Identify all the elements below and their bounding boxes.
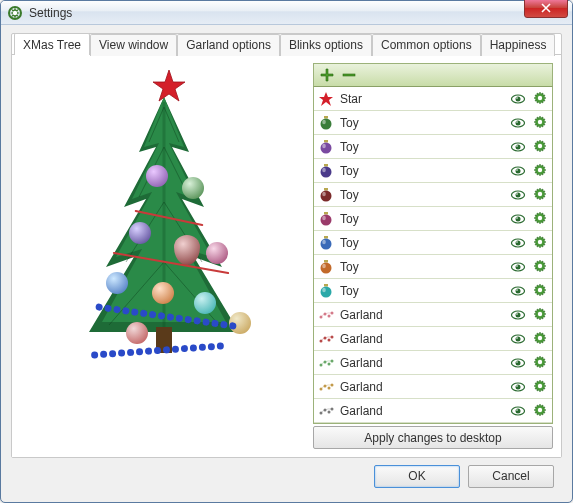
list-item-label: Toy (340, 284, 504, 298)
item-settings-icon[interactable] (532, 115, 548, 131)
item-settings-icon[interactable] (532, 283, 548, 299)
svg-point-40 (516, 216, 521, 221)
tree-star-icon (152, 69, 186, 106)
svg-point-56 (538, 263, 542, 267)
remove-button[interactable] (340, 66, 358, 84)
item-settings-icon[interactable] (532, 235, 548, 251)
svg-point-71 (538, 311, 542, 315)
svg-point-49 (538, 239, 542, 243)
cancel-button[interactable]: Cancel (468, 465, 554, 488)
list-item[interactable]: Star (314, 87, 552, 111)
list-item[interactable]: Toy (314, 207, 552, 231)
item-settings-icon[interactable] (532, 355, 548, 371)
tree-toy-icon (182, 177, 204, 199)
list-item[interactable]: Toy (314, 159, 552, 183)
svg-point-19 (516, 144, 521, 149)
garland-icon (318, 307, 334, 323)
item-settings-icon[interactable] (532, 307, 548, 323)
svg-point-58 (321, 286, 332, 297)
visibility-toggle-icon[interactable] (510, 283, 526, 299)
tab-xmas-tree[interactable]: XMas Tree (14, 33, 90, 55)
list-item[interactable]: Garland (314, 303, 552, 327)
svg-rect-43 (324, 236, 328, 239)
svg-point-20 (516, 145, 518, 147)
visibility-toggle-icon[interactable] (510, 235, 526, 251)
visibility-toggle-icon[interactable] (510, 331, 526, 347)
svg-point-34 (516, 193, 518, 195)
visibility-toggle-icon[interactable] (510, 211, 526, 227)
list-item[interactable]: Toy (314, 135, 552, 159)
svg-point-55 (516, 265, 518, 267)
visibility-toggle-icon[interactable] (510, 91, 526, 107)
garland-icon (318, 331, 334, 347)
list-item[interactable]: Toy (314, 231, 552, 255)
svg-point-85 (516, 360, 521, 365)
item-settings-icon[interactable] (532, 331, 548, 347)
svg-point-82 (328, 362, 331, 365)
tree-toy-icon (146, 165, 168, 187)
app-icon (7, 5, 23, 21)
list-item[interactable]: Toy (314, 255, 552, 279)
item-settings-icon[interactable] (532, 139, 548, 155)
svg-point-94 (516, 385, 518, 387)
apply-changes-button[interactable]: Apply changes to desktop (313, 426, 553, 449)
bauble-icon (318, 187, 334, 203)
svg-point-86 (516, 361, 518, 363)
tab-happiness[interactable]: Happiness (481, 34, 556, 56)
svg-point-51 (321, 262, 332, 273)
svg-point-93 (516, 384, 521, 389)
tab-blinks-options[interactable]: Blinks options (280, 34, 372, 56)
svg-point-21 (538, 143, 542, 147)
svg-point-54 (516, 264, 521, 269)
tree-toy-icon (152, 282, 174, 304)
bauble-icon (318, 139, 334, 155)
svg-point-33 (516, 192, 521, 197)
visibility-toggle-icon[interactable] (510, 259, 526, 275)
svg-point-69 (516, 312, 521, 317)
svg-point-95 (538, 383, 542, 387)
visibility-toggle-icon[interactable] (510, 307, 526, 323)
visibility-toggle-icon[interactable] (510, 403, 526, 419)
tab-view-window[interactable]: View window (90, 34, 177, 56)
svg-rect-3 (343, 74, 355, 76)
visibility-toggle-icon[interactable] (510, 139, 526, 155)
visibility-toggle-icon[interactable] (510, 187, 526, 203)
svg-point-63 (538, 287, 542, 291)
item-settings-icon[interactable] (532, 163, 548, 179)
visibility-toggle-icon[interactable] (510, 163, 526, 179)
tree-toy-icon (129, 222, 151, 244)
tree-toy-icon (126, 322, 148, 344)
visibility-toggle-icon[interactable] (510, 115, 526, 131)
svg-rect-57 (324, 284, 328, 287)
item-settings-icon[interactable] (532, 403, 548, 419)
visibility-toggle-icon[interactable] (510, 355, 526, 371)
svg-point-101 (516, 408, 521, 413)
tab-common-options[interactable]: Common options (372, 34, 481, 56)
list-item[interactable]: Garland (314, 327, 552, 351)
tab-garland-options[interactable]: Garland options (177, 34, 280, 56)
list-item[interactable]: Toy (314, 111, 552, 135)
bauble-icon (318, 163, 334, 179)
add-button[interactable] (318, 66, 336, 84)
item-settings-icon[interactable] (532, 91, 548, 107)
svg-point-74 (328, 338, 331, 341)
svg-point-12 (516, 120, 521, 125)
list-item-label: Toy (340, 212, 504, 226)
ornament-list[interactable]: StarToyToyToyToyToyToyToyToyGarlandGarla… (313, 87, 553, 424)
svg-point-26 (516, 168, 521, 173)
item-settings-icon[interactable] (532, 259, 548, 275)
item-settings-icon[interactable] (532, 211, 548, 227)
list-item-label: Garland (340, 356, 504, 370)
list-item[interactable]: Toy (314, 183, 552, 207)
svg-point-47 (516, 240, 521, 245)
item-settings-icon[interactable] (532, 379, 548, 395)
list-item[interactable]: Toy (314, 279, 552, 303)
item-settings-icon[interactable] (532, 187, 548, 203)
garland-icon (318, 355, 334, 371)
list-item[interactable]: Garland (314, 399, 552, 423)
close-button[interactable] (524, 0, 568, 18)
list-item[interactable]: Garland (314, 351, 552, 375)
ok-button[interactable]: OK (374, 465, 460, 488)
list-item[interactable]: Garland (314, 375, 552, 399)
visibility-toggle-icon[interactable] (510, 379, 526, 395)
